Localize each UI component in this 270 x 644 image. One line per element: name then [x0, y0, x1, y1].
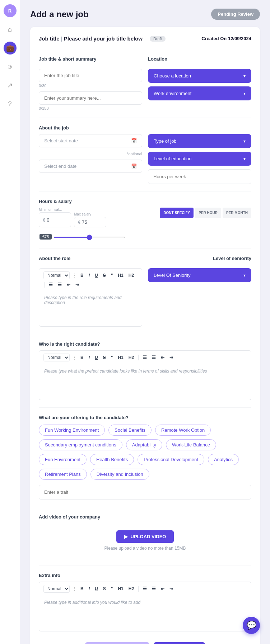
cand-rte-indent-left-btn[interactable]: ⇤	[159, 354, 166, 361]
rte-underline-btn[interactable]: U	[93, 272, 99, 279]
offering-tag[interactable]: Retirement Plans	[39, 469, 87, 480]
seniority-dropdown[interactable]: Level Of Seniority ▾	[148, 268, 251, 282]
start-calendar-icon: 📅	[131, 138, 137, 143]
type-of-job-dropdown[interactable]: Type of job ▾	[148, 134, 251, 148]
rte-strike-btn[interactable]: S	[102, 272, 107, 279]
offering-tag[interactable]: Health Benefits	[90, 454, 134, 465]
salary-slider[interactable]	[53, 237, 125, 238]
upload-video-btn[interactable]: ▶ UPLOAD VIDEO	[116, 530, 174, 543]
location-col: Location Choose a location ▾ Work enviro…	[148, 56, 251, 110]
extra-rte-indent-right-btn[interactable]: ⇥	[168, 586, 174, 592]
min-salary-input[interactable]	[47, 217, 65, 223]
optional-label: *optional	[39, 152, 142, 156]
cand-rte-ol-btn[interactable]: ☰	[150, 354, 157, 361]
cand-rte-indent-right-btn[interactable]: ⇥	[168, 354, 174, 361]
rte-quote-btn[interactable]: "	[110, 272, 115, 279]
cand-rte-h2-btn[interactable]: H2	[127, 354, 135, 361]
start-date-picker[interactable]: Select start date 📅	[39, 134, 142, 147]
upload-icon: ▶	[124, 534, 128, 539]
rte-ol-btn[interactable]: ☰	[56, 281, 63, 288]
offering-tag[interactable]: Work-Life Balance	[166, 439, 216, 450]
min-salary-input-wrap: €	[39, 212, 71, 227]
create-job-button[interactable]: CREATE JOB	[154, 642, 205, 644]
candidate-format-select[interactable]: Normal	[43, 354, 70, 361]
avatar-icon[interactable]: R	[4, 4, 17, 17]
candidate-rte-body[interactable]: Please type what the prefect candidate l…	[39, 364, 251, 400]
cand-rte-strike-btn[interactable]: S	[102, 354, 107, 361]
action-buttons: SAVE AS A DRAFT CREATE JOB	[85, 642, 205, 644]
extra-rte-toolbar: Normal ⋮ B I U S " H1 H2 ☰ ☰ ⇤ ⇥	[39, 582, 251, 596]
help-icon[interactable]: ?	[4, 98, 17, 110]
rte-italic-btn[interactable]: I	[87, 272, 91, 279]
offering-tag[interactable]: Diversity and Inclusion	[90, 469, 149, 480]
cand-rte-divider: ⋮	[72, 355, 77, 360]
hours-per-week-input[interactable]	[148, 169, 251, 184]
trait-input[interactable]	[39, 485, 251, 499]
rte-h1-btn[interactable]: H1	[116, 272, 125, 279]
smiley-icon[interactable]: ☺	[4, 60, 17, 73]
about-role-section: About the role Level of seniority Normal…	[39, 256, 251, 327]
summary-input[interactable]	[39, 91, 142, 105]
extra-rte-divider: ⋮	[72, 586, 77, 592]
offering-tag[interactable]: Secondary employment conditions	[39, 439, 122, 450]
cand-rte-bold-btn[interactable]: B	[79, 354, 85, 361]
role-seniority-cols: Normal ⋮ B I U S " H1 H2 ☰ ☰ ⇤	[39, 268, 251, 327]
offering-tag[interactable]: Fun Environment	[39, 454, 87, 465]
home-icon[interactable]: ⌂	[4, 23, 17, 36]
rte-ul-btn[interactable]: ☰	[47, 281, 54, 288]
rte-bold-btn[interactable]: B	[79, 272, 85, 279]
briefcase-icon[interactable]: 💼	[4, 42, 17, 55]
save-draft-button[interactable]: SAVE AS A DRAFT	[85, 642, 149, 644]
extra-rte-divider-v	[138, 586, 139, 592]
fab-button[interactable]: 💬	[243, 617, 260, 634]
per-hour-btn[interactable]: PER HOUR	[195, 208, 221, 218]
candidate-rte-toolbar: Normal ⋮ B I U S " H1 H2 ☰ ☰ ⇤ ⇥	[39, 350, 251, 364]
max-salary-label: Max salary	[74, 212, 106, 216]
max-salary-input[interactable]	[82, 219, 100, 225]
offering-tag[interactable]: Social Benefits	[108, 425, 152, 436]
offering-tag[interactable]: Professional Development	[138, 454, 204, 465]
extra-rte-h1-btn[interactable]: H1	[116, 586, 125, 592]
cand-rte-underline-btn[interactable]: U	[93, 354, 99, 361]
extra-rte-bold-btn[interactable]: B	[79, 586, 85, 592]
about-job-label: About the job	[39, 125, 251, 131]
end-date-picker[interactable]: Select end date 📅	[39, 160, 142, 173]
role-rte-body[interactable]: Please type in the role requirements and…	[39, 291, 142, 327]
dont-specify-btn[interactable]: DONT SPECIFY	[160, 208, 194, 218]
chart-icon[interactable]: ↗	[4, 79, 17, 92]
work-env-chevron-icon: ▾	[243, 91, 246, 96]
extra-rte-underline-btn[interactable]: U	[93, 586, 99, 592]
about-job-section: About the job Select start date 📅 *optio…	[39, 125, 251, 184]
per-month-btn[interactable]: PER MONTH	[223, 208, 251, 218]
extra-rte-strike-btn[interactable]: S	[102, 586, 107, 592]
candidate-editor: Normal ⋮ B I U S " H1 H2 ☰ ☰ ⇤ ⇥	[39, 350, 251, 400]
extra-rte-ul-btn[interactable]: ☰	[141, 586, 148, 592]
status-badge: Pending Review	[211, 9, 260, 20]
extra-format-select[interactable]: Normal	[43, 585, 70, 593]
offering-tag[interactable]: Analytics	[208, 454, 239, 465]
offering-tag[interactable]: Remote Work Option	[155, 425, 211, 436]
cand-rte-italic-btn[interactable]: I	[87, 354, 91, 361]
rte-indent-right-btn[interactable]: ⇥	[74, 281, 80, 288]
extra-rte-quote-btn[interactable]: "	[110, 586, 115, 592]
salary-toggle-group: DONT SPECIFY PER HOUR PER MONTH	[160, 208, 251, 218]
extra-rte-indent-left-btn[interactable]: ⇤	[159, 586, 166, 592]
cand-rte-quote-btn[interactable]: "	[110, 354, 115, 361]
extra-rte-italic-btn[interactable]: I	[87, 586, 91, 592]
offering-tag[interactable]: Fun Working Environment	[39, 425, 105, 436]
extra-rte-h2-btn[interactable]: H2	[127, 586, 135, 592]
cand-rte-h1-btn[interactable]: H1	[116, 354, 125, 361]
role-format-select[interactable]: Normal	[43, 271, 70, 279]
extra-rte-body[interactable]: Please type in additional info you would…	[39, 596, 251, 631]
offering-tag[interactable]: Adaptability	[126, 439, 162, 450]
cand-rte-ul-btn[interactable]: ☰	[141, 354, 148, 361]
job-title-input[interactable]	[39, 69, 142, 82]
rte-indent-left-btn[interactable]: ⇤	[65, 281, 72, 288]
location-dropdown[interactable]: Choose a location ▾	[148, 69, 251, 83]
level-of-education-dropdown[interactable]: Level of education ▾	[148, 152, 251, 166]
extra-rte-ol-btn[interactable]: ☰	[150, 586, 157, 592]
about-role-label: About the role	[39, 256, 70, 261]
work-environment-dropdown[interactable]: Work environment ▾	[148, 86, 251, 100]
rte-h2-btn[interactable]: H2	[127, 272, 135, 279]
candidate-label: Who is the right candidate?	[39, 341, 251, 347]
